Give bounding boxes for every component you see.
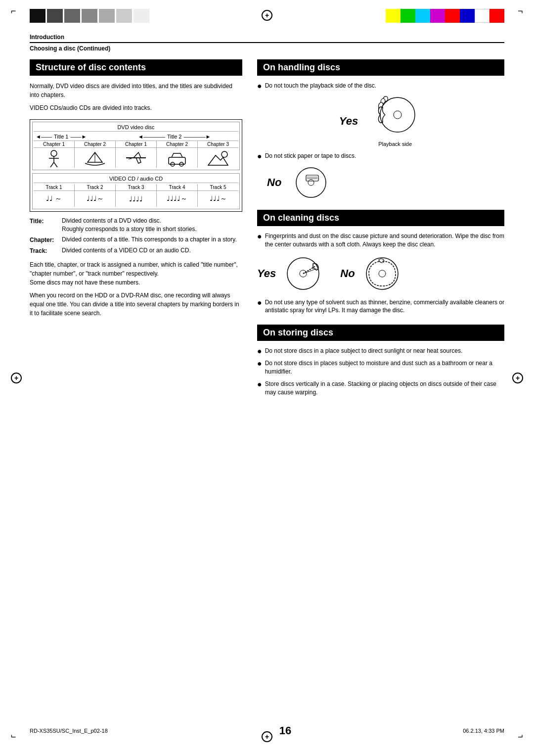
yes-disc-pair: Yes (339, 95, 422, 147)
playback-side-note: Playback side (368, 141, 422, 147)
cleaning-bullet-2-text: Do not use any type of solvent such as t… (265, 298, 504, 315)
no-label-handling: No (267, 176, 281, 189)
music-cell-4: ♩♩♩♩～ (157, 191, 198, 207)
chapter-cell: Chapter 2 (157, 141, 198, 147)
cleaning-bullet-2: ● Do not use any type of solvent such as… (257, 298, 504, 315)
svg-line-3 (50, 162, 54, 167)
reg-circle-right (512, 373, 523, 383)
titles-row: ◄—— Title 1 ——► ◄———— Title 2 ————► (34, 133, 238, 141)
yes-label-text: Yes (339, 115, 358, 127)
cleaning-yes-svg (281, 254, 325, 293)
cleaning-yes-label: Yes (257, 267, 276, 280)
storing-bullet-1: ● Do not store discs in a place subject … (257, 347, 504, 355)
left-column: Structure of disc contents Normally, DVD… (30, 59, 242, 406)
yes-label-handling: Yes (339, 115, 358, 128)
storing-bullet-3: ● Store discs vertically in a case. Stac… (257, 380, 504, 397)
def-title-term: Title: (30, 217, 62, 234)
storing-bullet-1-text: Do not store discs in a place subject to… (265, 347, 463, 355)
track-cell-5: Track 5 (198, 184, 238, 190)
track-cell-2: Track 2 (75, 184, 116, 190)
reg-circle-top (262, 10, 272, 21)
top-black-bar (30, 9, 149, 23)
def-chapter-desc: Divided contents of a title. This corres… (62, 236, 237, 244)
no-disc-area: No (267, 165, 504, 200)
images-row (34, 148, 238, 168)
cleaning-bullet-1: ● Fingerprints and dust on the disc caus… (257, 232, 504, 249)
def-track-desc: Divided contents of a VIDEO CD or an aud… (62, 246, 191, 255)
no-disc-svg (291, 165, 331, 200)
svg-point-11 (394, 111, 401, 119)
footer-right-note: 06.2.13, 4:33 PM (463, 728, 504, 734)
music-cell-3: ♩♩♩♩ (116, 191, 157, 207)
svg-point-20 (379, 270, 386, 277)
storing-bullet-3-text: Store discs vertically in a case. Stacki… (265, 380, 504, 397)
dvd-disc-label: DVD video disc (34, 124, 238, 132)
yes-disc-illustration: Playback side (368, 95, 422, 147)
right-column: On handling discs ● Do not touch the pla… (257, 59, 504, 406)
tracks-header-row: Track 1 Track 2 Track 3 Track 4 Track 5 (34, 184, 238, 191)
def-title-desc: Divided contents of a DVD video disc.Rou… (62, 217, 197, 234)
svg-point-10 (380, 97, 415, 132)
vcd-disc-row: VIDEO CD / audio CD Track 1 Track 2 Trac… (32, 173, 240, 209)
title1-arrow-right: ——► (70, 134, 87, 140)
cleaning-yes: Yes (257, 254, 325, 293)
bullet-dot-7: ● (257, 380, 262, 388)
title2-arrow-right: ————► (183, 134, 211, 140)
handling-section-header: On handling discs (257, 59, 504, 76)
def-title: Title: Divided contents of a DVD video d… (30, 217, 242, 234)
track-cell-3: Track 3 (116, 184, 157, 190)
chapter-cell: Chapter 2 (75, 141, 116, 147)
cleaning-bullet-1-text: Fingerprints and dust on the disc cause … (265, 232, 504, 249)
cleaning-section-header: On cleaning discs (257, 210, 504, 226)
intro-text-1: Normally, DVD video discs are divided in… (30, 82, 242, 99)
def-chapter: Chapter: Divided contents of a title. Th… (30, 236, 242, 244)
cleaning-no: No (340, 254, 404, 293)
bullet-dot-5: ● (257, 347, 262, 355)
storing-bullet-2: ● Do not store discs in places subject t… (257, 359, 504, 376)
title2-arrow: ◄———— (138, 134, 165, 140)
storing-section-header: On storing discs (257, 325, 504, 341)
bullet-dot-6: ● (257, 360, 262, 368)
img-cell-5 (198, 148, 238, 168)
top-color-bar (386, 9, 504, 23)
img-cell-4 (157, 148, 198, 168)
cleaning-no-svg (360, 254, 404, 293)
handling-section: On handling discs ● Do not touch the pla… (257, 59, 504, 200)
chapter-cell: Chapter 1 (116, 141, 157, 147)
svg-point-13 (308, 180, 314, 186)
cleaning-no-label: No (340, 267, 355, 280)
corner-mark-tl: ⌐ (11, 6, 16, 16)
svg-point-9 (222, 151, 227, 157)
track-cell-4: Track 4 (157, 184, 198, 190)
reg-circle-left (11, 373, 22, 383)
bullet-dot-2: ● (257, 152, 262, 160)
page-number: 16 (279, 724, 291, 737)
svg-line-4 (54, 162, 57, 167)
img-cell-3 (116, 148, 157, 168)
subsection-label: Choosing a disc (Continued) (30, 45, 504, 52)
chapters-row: Chapter 1 Chapter 2 Chapter 1 Chapter 2 … (34, 141, 238, 148)
bullet-dot-4: ● (257, 299, 262, 307)
handling-bullet-2: ● Do not stick paper or tape to discs. (257, 152, 504, 160)
main-content: Structure of disc contents Normally, DVD… (30, 59, 504, 406)
yes-disc-area: Yes (257, 95, 504, 147)
bullet-dot-3: ● (257, 233, 262, 240)
track-cell-1: Track 1 (34, 184, 75, 190)
svg-point-12 (296, 168, 326, 197)
img-cell-2 (75, 148, 116, 168)
music-cell-1: ♩♩ ～ (34, 191, 75, 207)
vcd-disc-label: VIDEO CD / audio CD (34, 176, 238, 183)
body-text-2: When you record on the HDD or a DVD-RAM … (30, 291, 242, 318)
structure-section-header: Structure of disc contents (30, 59, 242, 76)
page-header: Introduction Choosing a disc (Continued) (30, 34, 504, 52)
cleaning-yes-no: Yes No (257, 254, 504, 293)
corner-mark-tr: ⌐ (518, 6, 523, 16)
storing-section: On storing discs ● Do not store discs in… (257, 325, 504, 396)
svg-rect-14 (306, 175, 318, 181)
handling-bullet-2-text: Do not stick paper or tape to discs. (265, 152, 356, 160)
footer-left-note: RD-XS35SU/SC_Inst_E_p02-18 (30, 728, 108, 734)
body-text-1: Each title, chapter, or track is assigne… (30, 260, 242, 287)
bullet-dot-1: ● (257, 82, 262, 90)
section-label: Introduction (30, 34, 504, 43)
handling-bullet-1: ● Do not touch the playback side of the … (257, 82, 504, 90)
